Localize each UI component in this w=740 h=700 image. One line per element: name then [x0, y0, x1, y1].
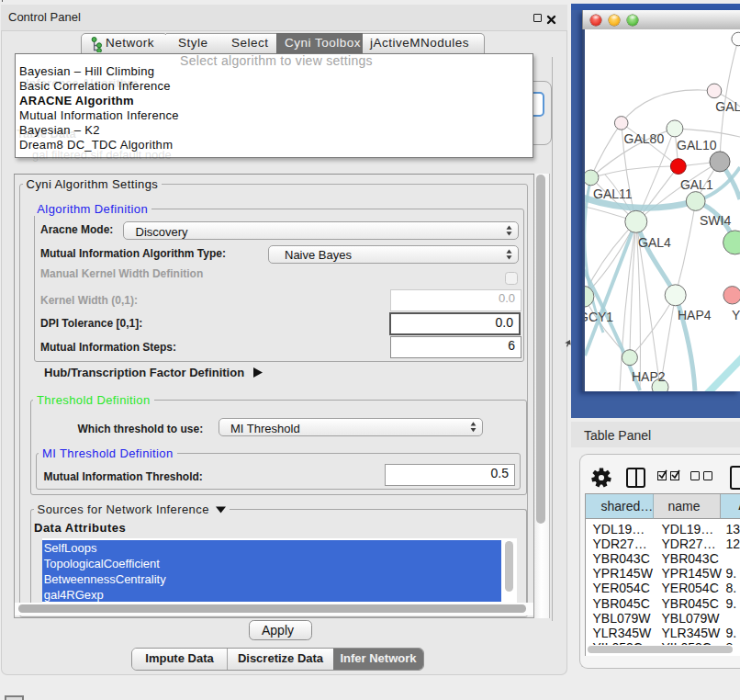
svg-text:GAL1: GAL1	[680, 176, 713, 191]
svg-text:GAL4: GAL4	[638, 234, 671, 249]
svg-text:GAL2: GAL2	[715, 99, 740, 114]
svg-text:SWI4: SWI4	[700, 212, 731, 227]
svg-text:GAL11: GAL11	[593, 186, 633, 201]
svg-text:Y: Y	[732, 307, 740, 322]
svg-text:GAL10: GAL10	[677, 138, 717, 152]
svg-text:GCY1: GCY1	[585, 309, 613, 323]
svg-text:HAP2: HAP2	[632, 368, 666, 383]
svg-text:GAL80: GAL80	[624, 131, 665, 146]
svg-text:HAP4: HAP4	[678, 307, 712, 322]
